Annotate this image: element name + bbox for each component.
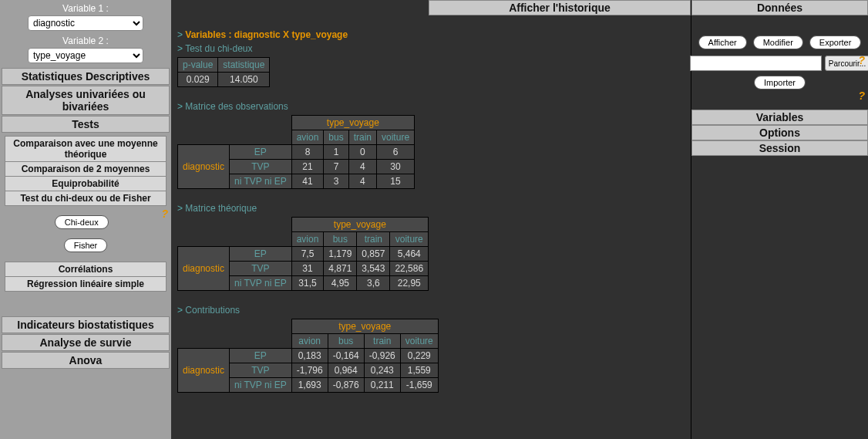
afficher-button[interactable]: Afficher: [698, 35, 747, 49]
help-icon[interactable]: ?: [161, 208, 168, 220]
nav-analyses-uni-bi[interactable]: Analyses univariées ou bivariées: [2, 86, 170, 115]
nav-item-reglin[interactable]: Régression linéaire simple: [5, 277, 166, 291]
help-icon[interactable]: ?: [858, 54, 865, 66]
tests-group: Comparaison avec une moyenne théorique C…: [5, 136, 167, 206]
chi2-result-table: p-value statistique 0.029 14.050: [177, 57, 270, 87]
nav-item-chi2-fisher[interactable]: Test du chi-deux ou de Fisher: [5, 191, 166, 205]
main-content: > Variables : diagnostic X type_voyage >…: [171, 15, 691, 439]
help-icon[interactable]: ?: [858, 89, 865, 102]
nav-item-comp-2-moy[interactable]: Comparaison de 2 moyennes: [5, 162, 166, 177]
modifier-button[interactable]: Modifier: [753, 35, 803, 49]
nav-indicateurs[interactable]: Indicateurs biostatistiques: [2, 316, 170, 333]
obs-table: type_voyage avion bus train voiture diag…: [177, 115, 415, 189]
nav-anova[interactable]: Anova: [2, 352, 170, 369]
nav-survie[interactable]: Analyse de survie: [2, 334, 170, 351]
section-options[interactable]: Options: [691, 125, 868, 140]
cell-stat: 14.050: [218, 73, 270, 87]
cell-pvalue: 0.029: [178, 73, 218, 87]
test-heading: > Test du chi-deux: [177, 43, 685, 54]
nav-stats-descriptives[interactable]: Statistiques Descriptives: [2, 68, 170, 85]
th-pvalue: p-value: [178, 58, 218, 73]
var1-label: Variable 1 :: [2, 3, 170, 14]
fisher-button[interactable]: Fisher: [64, 238, 108, 252]
exporter-button[interactable]: Exporter: [809, 35, 862, 49]
contrib-heading: > Contributions: [177, 305, 685, 316]
theo-heading: > Matrice théorique: [177, 203, 685, 214]
var2-label: Variable 2 :: [2, 35, 170, 46]
nav-item-correlations[interactable]: Corrélations: [5, 262, 166, 277]
corr-group: Corrélations Régression linéaire simple: [5, 262, 167, 292]
var1-select[interactable]: diagnostic: [28, 15, 143, 31]
section-variables[interactable]: Variables: [691, 110, 868, 125]
importer-button[interactable]: Importer: [754, 76, 806, 89]
nav-tests[interactable]: Tests: [2, 116, 170, 133]
th-stat: statistique: [218, 58, 270, 73]
var2-select[interactable]: type_voyage: [28, 48, 143, 63]
obs-heading: > Matrice des observations: [177, 101, 685, 112]
variables-heading: > Variables : diagnostic X type_voyage: [177, 29, 685, 40]
file-path-input[interactable]: [690, 56, 822, 71]
theo-table: type_voyage avion bus train voiture diag…: [177, 217, 429, 291]
section-session[interactable]: Session: [691, 140, 868, 156]
nav-item-comp-moy-theo[interactable]: Comparaison avec une moyenne théorique: [5, 137, 166, 162]
chi2-button[interactable]: Chi-deux: [55, 215, 109, 229]
right-panel: Afficher Modifier Exporter ? Parcourir..…: [691, 15, 868, 439]
donnees-title: Données: [691, 0, 868, 15]
nav-item-equiprob[interactable]: Equiprobabilité: [5, 177, 166, 191]
contrib-table: type_voyage avion bus train voiture diag…: [177, 319, 439, 393]
historique-title[interactable]: Afficher l'historique: [429, 0, 691, 15]
left-sidebar: Variable 1 : diagnostic Variable 2 : typ…: [0, 0, 171, 439]
